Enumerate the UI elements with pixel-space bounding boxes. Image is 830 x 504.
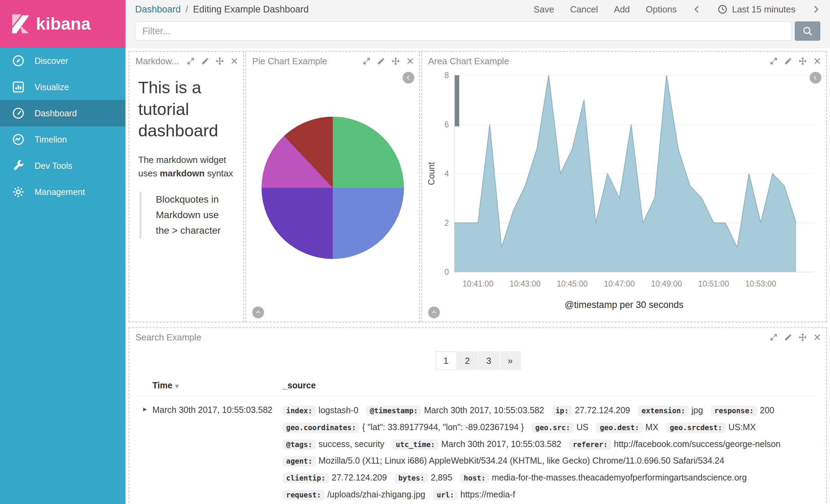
edit-icon[interactable] — [201, 57, 209, 65]
bar-chart-icon — [12, 80, 25, 94]
add-button[interactable]: Add — [614, 4, 630, 15]
move-icon[interactable] — [799, 57, 807, 65]
markdown-blockquote: Blockquotes in Markdown use the > charac… — [140, 192, 234, 238]
area-chart[interactable]: 0246810:41:0010:43:0010:45:0010:47:0010:… — [425, 70, 826, 297]
chevron-right-icon[interactable] — [811, 5, 820, 14]
sidebar-item-label: Dev Tools — [35, 161, 72, 171]
field-value: March 30th 2017, 10:55:03.582 — [424, 405, 544, 415]
sidebar-item-label: Timelion — [35, 135, 67, 145]
column-header-time[interactable]: Time▾ — [152, 380, 283, 390]
move-icon[interactable] — [392, 57, 400, 65]
field-value: success, security — [319, 439, 384, 449]
spy-panel-toggle[interactable] — [252, 307, 264, 318]
search-button[interactable] — [795, 21, 820, 41]
field-value: jpg — [691, 405, 703, 415]
field-key: extension: — [638, 406, 688, 416]
panel-header: Markdow... — [129, 52, 243, 68]
move-icon[interactable] — [216, 57, 224, 65]
field-value: US — [576, 422, 588, 432]
panel-controls — [766, 57, 821, 65]
field-value: 200 — [760, 405, 774, 415]
field-value: March 30th 2017, 10:55:03.582 — [441, 439, 562, 449]
markdown-paragraph-bold: markdown — [160, 168, 205, 178]
field-key: host: — [460, 473, 489, 483]
field-key: ip: — [552, 406, 572, 416]
spy-panel-toggle[interactable] — [810, 72, 821, 84]
panel-controls — [766, 333, 821, 341]
sidebar-item-dashboard[interactable]: Dashboard — [0, 100, 125, 126]
area-chart-body: 0246810:41:0010:43:0010:45:0010:47:0010:… — [422, 68, 826, 310]
row-source: index:logstash-0 @timestamp:March 30th 2… — [283, 402, 814, 503]
chevron-left-icon[interactable] — [692, 5, 701, 14]
breadcrumb-current: Editing Example Dashboard — [193, 4, 309, 15]
edit-icon[interactable] — [784, 57, 792, 65]
save-button[interactable]: Save — [534, 4, 554, 15]
compass-icon — [12, 54, 25, 67]
kibana-logo-text: kibana — [36, 14, 91, 34]
chevron-up-icon — [255, 310, 261, 315]
close-icon[interactable] — [813, 57, 821, 65]
search-body: 123» Time▾ _source ▸March 30th 2017, 10:… — [129, 351, 826, 504]
sidebar-item-label: Visualize — [35, 82, 69, 92]
breadcrumb-separator: / — [186, 4, 188, 15]
edit-icon[interactable] — [377, 57, 385, 65]
time-picker-label: Last 15 minutes — [732, 4, 795, 15]
spy-panel-toggle[interactable] — [428, 307, 440, 318]
maximize-icon[interactable] — [362, 57, 371, 65]
options-button[interactable]: Options — [646, 4, 677, 15]
panel-header: Area Chart Example — [422, 52, 826, 68]
clock-icon — [717, 4, 728, 14]
dashboard-icon — [12, 107, 25, 120]
edit-icon[interactable] — [784, 333, 792, 341]
sidebar-item-management[interactable]: Management — [0, 179, 125, 205]
field-value: 27.72.124.209 — [332, 473, 387, 482]
expand-row-caret[interactable]: ▸ — [138, 402, 152, 416]
pie-chart[interactable] — [262, 117, 404, 259]
maximize-icon[interactable] — [770, 333, 778, 341]
sidebar-item-visualize[interactable]: Visualize — [0, 74, 125, 100]
maximize-icon[interactable] — [770, 57, 778, 65]
close-icon[interactable] — [813, 333, 821, 341]
sidebar-item-label: Management — [35, 187, 85, 197]
cancel-button[interactable]: Cancel — [570, 4, 598, 15]
panel-controls — [183, 57, 238, 65]
close-icon[interactable] — [406, 57, 414, 65]
spy-panel-toggle[interactable] — [403, 72, 414, 84]
page-button-2[interactable]: 2 — [457, 351, 478, 370]
field-key: geo.dest: — [596, 423, 643, 433]
time-picker[interactable]: Last 15 minutes — [717, 4, 795, 15]
kibana-logo[interactable]: kibana — [0, 0, 125, 48]
page-button-1[interactable]: 1 — [436, 351, 456, 370]
field-value: { "lat": 33.89177944, "lon": -89.0236719… — [362, 422, 524, 432]
move-icon[interactable] — [799, 333, 807, 341]
maximize-icon[interactable] — [187, 57, 195, 65]
close-icon[interactable] — [230, 57, 238, 65]
field-key: request: — [283, 490, 324, 500]
field-value: US:MX — [728, 422, 756, 432]
field-key: @tags: — [283, 439, 316, 450]
sidebar-item-dev-tools[interactable]: Dev Tools — [0, 153, 125, 179]
field-key: utc_time: — [392, 439, 438, 450]
sidebar-nav: DiscoverVisualizeDashboardTimelionDev To… — [0, 48, 125, 205]
kibana-logo-icon — [8, 12, 31, 35]
page-button-next[interactable]: » — [500, 351, 521, 370]
sidebar-item-label: Discover — [35, 56, 68, 66]
field-key: @timestamp: — [366, 406, 421, 416]
page-button-3[interactable]: 3 — [479, 351, 499, 370]
markdown-paragraph-text2: syntax — [205, 168, 233, 178]
field-key: clientip: — [283, 473, 329, 483]
field-key: referer: — [569, 439, 611, 450]
field-key: response: — [711, 406, 757, 416]
sidebar-item-timelion[interactable]: Timelion — [0, 126, 125, 153]
svg-text:10:45:00: 10:45:00 — [557, 279, 588, 288]
pie-chart-body — [246, 68, 419, 259]
sidebar-item-label: Dashboard — [35, 108, 77, 118]
breadcrumb-dashboard-link[interactable]: Dashboard — [135, 4, 181, 15]
sort-descending-icon: ▾ — [175, 382, 179, 390]
sidebar-item-discover[interactable]: Discover — [0, 48, 125, 74]
gear-icon — [12, 185, 25, 198]
column-header-source: _source — [283, 380, 814, 390]
field-value: https://media-f — [460, 490, 515, 499]
field-value: /uploads/zhai-zhigang.jpg — [327, 490, 425, 499]
filter-input[interactable] — [135, 21, 792, 41]
